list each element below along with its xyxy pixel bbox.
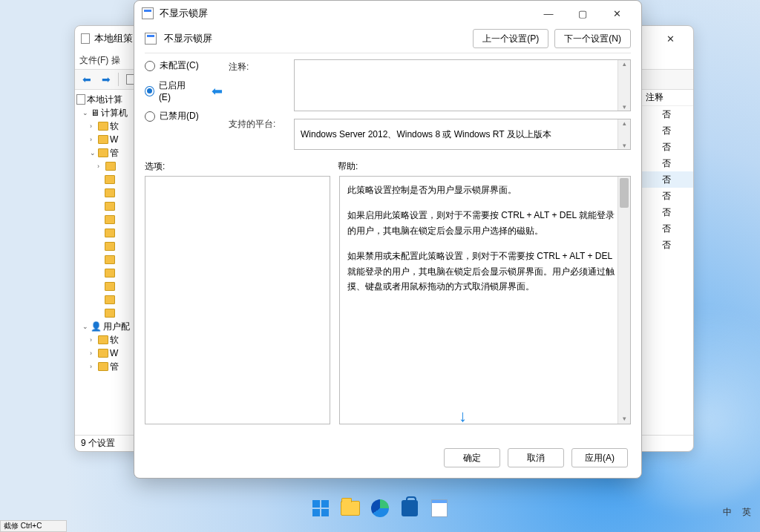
radio-icon [145,61,155,71]
close-button[interactable]: ✕ [600,1,634,25]
tree-item[interactable] [76,293,134,306]
tree-item[interactable]: › [76,160,134,173]
tree-item[interactable]: ›W [76,133,134,146]
ime-indicator[interactable]: 中 [723,506,732,519]
ok-button[interactable]: 确定 [444,448,500,467]
scrollbar[interactable] [618,60,630,111]
toolbar-divider [118,73,119,86]
label-supported: 支持的平台: [229,116,288,131]
gpedit-title: 本地组策 [94,32,133,45]
tree-item[interactable]: ›管 [76,360,134,373]
edge-icon[interactable] [369,497,391,519]
taskbar[interactable] [0,492,760,525]
state-radio-group: 未配置(C) 已启用(E) ⬅ 已禁用(D) [145,59,223,122]
help-paragraph: 如果启用此策略设置，则对于不需要按 CTRL + ALT + DEL 就能登录的… [347,208,623,238]
tree-item[interactable] [76,280,134,293]
tree-user[interactable]: ⌄👤用户配 [76,320,134,333]
close-button[interactable]: ✕ [653,27,687,50]
dialog-subtitle: 不显示锁屏 [164,32,212,45]
policy-icon [142,7,154,19]
menu-action[interactable]: 操 [111,54,120,67]
scrollbar[interactable] [618,177,630,424]
back-icon[interactable]: ⬅ [78,70,96,88]
comment-textarea[interactable] [294,59,631,111]
apply-button[interactable]: 应用(A) [571,448,628,467]
tree-item[interactable] [76,186,134,200]
maximize-button[interactable]: ▢ [566,1,600,25]
tree-item[interactable] [76,226,134,240]
radio-icon [145,111,155,122]
scrollbar[interactable] [618,119,630,149]
policy-dialog: 不显示锁屏 — ▢ ✕ 不显示锁屏 上一个设置(P) 下一个设置(N) 未配置(… [134,0,642,479]
radio-icon-selected [145,86,154,96]
label-options: 选项: [145,160,338,173]
cancel-button[interactable]: 取消 [508,448,564,467]
tree-item[interactable] [76,173,134,186]
notepad-icon[interactable] [428,497,451,519]
gpedit-icon [81,33,90,44]
radio-enabled[interactable]: 已启用(E) ⬅ [145,79,223,102]
start-button[interactable] [309,497,332,519]
tree-item[interactable] [76,240,134,253]
tree-item[interactable]: ›软 [76,119,134,133]
supported-text: Windows Server 2012、Windows 8 或 Windows … [301,128,551,141]
radio-not-configured[interactable]: 未配置(C) [145,59,223,72]
status-text: 9 个设置 [81,437,115,450]
label-help: 帮助: [338,160,358,173]
tree-item[interactable]: ›W [76,347,134,360]
explorer-icon[interactable] [339,497,361,519]
tree-item[interactable] [76,306,134,320]
tree-item[interactable] [76,213,134,226]
radio-disabled[interactable]: 已禁用(D) [145,110,223,122]
tree-item[interactable] [76,253,134,266]
system-tray[interactable]: 中 英 [723,506,751,519]
tree-item[interactable]: ›软 [76,333,134,347]
dialog-titlebar[interactable]: 不显示锁屏 — ▢ ✕ [134,1,641,26]
help-panel[interactable]: 此策略设置控制是否为用户显示锁屏界面。 如果启用此策略设置，则对于不需要按 CT… [339,176,631,424]
policy-icon [145,33,157,45]
tree-root[interactable]: 本地计算 [76,93,134,106]
label-comment: 注释: [229,59,288,73]
snip-hint: 截修 Ctrl+C [0,520,67,532]
options-panel[interactable] [145,176,330,424]
tree-computer[interactable]: ⌄🖥计算机 [76,106,134,119]
dialog-title: 不显示锁屏 [160,7,208,20]
col-note[interactable]: 注释 [641,91,693,104]
forward-icon[interactable]: ➡ [97,70,115,88]
tree-item[interactable] [76,200,134,213]
annotation-arrow-icon: ⬅ [212,83,223,99]
supported-platforms-box: Windows Server 2012、Windows 8 或 Windows … [294,119,631,150]
annotation-arrow-down-icon: ↓ [459,407,467,426]
help-paragraph: 如果禁用或未配置此策略设置，则对于不需要按 CTRL + ALT + DEL 就… [347,249,623,294]
prev-setting-button[interactable]: 上一个设置(P) [473,29,548,48]
tree-item[interactable] [76,266,134,280]
store-icon[interactable] [399,497,421,519]
next-setting-button[interactable]: 下一个设置(N) [554,29,631,48]
gpedit-tree[interactable]: 本地计算 ⌄🖥计算机 ›软 ›W ⌄管 › ⌄👤用户配 ›软 ›W ›管 [75,90,136,435]
tree-item[interactable]: ⌄管 [76,146,134,160]
minimize-button[interactable]: — [531,1,566,25]
help-paragraph: 此策略设置控制是否为用户显示锁屏界面。 [347,183,623,197]
ime-lang[interactable]: 英 [742,506,751,519]
menu-file[interactable]: 文件(F) [79,54,108,67]
divider [145,53,631,53]
